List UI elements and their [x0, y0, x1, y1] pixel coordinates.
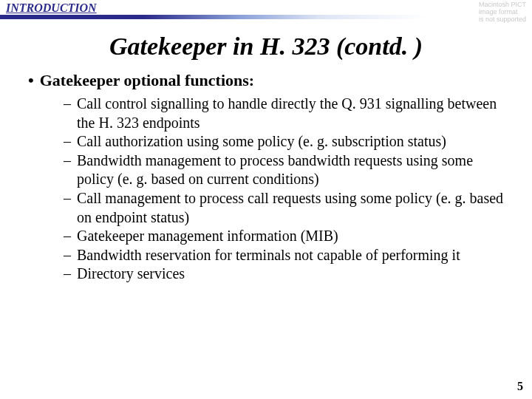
- list-item: – Bandwidth management to process bandwi…: [64, 151, 511, 189]
- list-item: – Gatekeeper management information (MIB…: [64, 227, 511, 246]
- dash-icon: –: [64, 95, 71, 132]
- page-title: Gatekeeper in H. 323 (contd. ): [0, 33, 532, 61]
- list-item: – Call management to process call reques…: [64, 189, 511, 227]
- list-item-text: Bandwidth reservation for terminals not …: [77, 246, 511, 265]
- watermark-line-3: is not supported: [479, 16, 526, 24]
- header-bar: INTRODUCTION Macintosh PICT image format…: [0, 0, 532, 19]
- list-item: – Call authorization using some policy (…: [64, 132, 511, 151]
- list-item-text: Call management to process call requests…: [77, 189, 511, 227]
- header-divider: [0, 15, 532, 19]
- list-item-text: Directory services: [77, 265, 511, 284]
- list-item-text: Call authorization using some policy (e.…: [77, 132, 511, 151]
- section-label: INTRODUCTION: [6, 1, 97, 15]
- image-format-watermark: Macintosh PICT image format is not suppo…: [479, 1, 526, 24]
- page-number: 5: [517, 380, 523, 393]
- list-item-text: Gatekeeper management information (MIB): [77, 227, 511, 246]
- bullet-marker: •: [28, 71, 34, 90]
- dash-icon: –: [64, 265, 71, 284]
- sub-list: – Call control signalling to handle dire…: [28, 95, 511, 284]
- dash-icon: –: [64, 227, 71, 246]
- section-label-text: INTRODUCTION: [6, 1, 97, 14]
- list-item-text: Bandwidth management to process bandwidt…: [77, 151, 511, 189]
- list-item-text: Call control signalling to handle direct…: [77, 95, 511, 132]
- main-bullet: • Gatekeeper optional functions:: [28, 71, 511, 90]
- list-item: – Call control signalling to handle dire…: [64, 95, 511, 132]
- content-area: • Gatekeeper optional functions: – Call …: [0, 71, 532, 284]
- dash-icon: –: [64, 246, 71, 265]
- dash-icon: –: [64, 132, 71, 151]
- list-item: – Directory services: [64, 265, 511, 284]
- main-bullet-text: Gatekeeper optional functions:: [40, 71, 254, 90]
- list-item: – Bandwidth reservation for terminals no…: [64, 246, 511, 265]
- dash-icon: –: [64, 189, 71, 227]
- dash-icon: –: [64, 151, 71, 189]
